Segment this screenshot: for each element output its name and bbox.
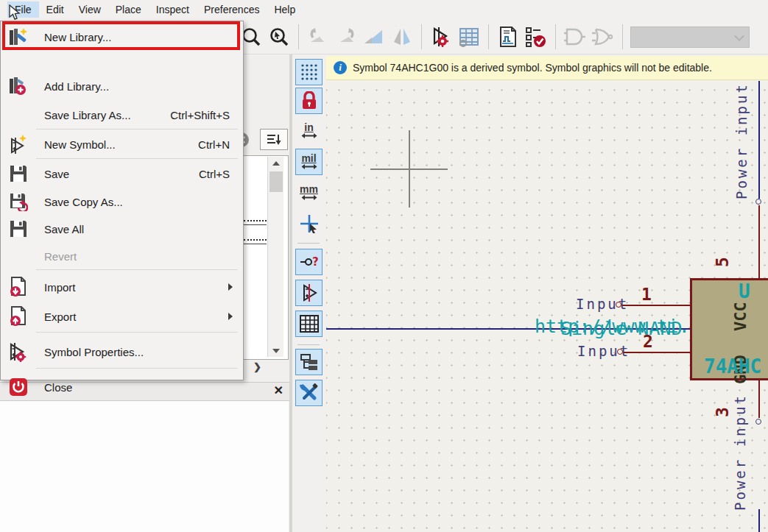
menu-preferences[interactable]: Preferences xyxy=(197,1,267,18)
left-toolbar: in mil mm ? xyxy=(292,54,326,532)
menu-item-save-library-as[interactable]: Save Library As... Ctrl+Shift+S xyxy=(1,101,243,129)
infobar: i Symbol 74AHC1G00 is a derived symbol. … xyxy=(326,56,768,80)
pin2-line[interactable] xyxy=(624,352,690,353)
scroll-down-arrow[interactable] xyxy=(268,344,284,357)
tree-item-focus-1[interactable] xyxy=(244,220,267,225)
menu-separator-5 xyxy=(36,368,238,369)
menu-item-shortcut: Ctrl+N xyxy=(198,138,230,151)
menu-edit[interactable]: Edit xyxy=(39,1,71,18)
pane-close-icon[interactable]: ✕ xyxy=(274,384,283,397)
left-toolbar-separator-1 xyxy=(297,243,320,244)
menu-item-label: Add Library... xyxy=(44,80,109,93)
tree-scrollbar[interactable] xyxy=(267,157,283,357)
pin2-end-circle xyxy=(617,349,623,355)
menu-separator-4 xyxy=(36,332,238,333)
units-mm-label: mm xyxy=(300,185,318,194)
pin5-line[interactable] xyxy=(758,205,760,278)
question-glyph: ? xyxy=(312,255,319,269)
menu-item-export[interactable]: Export xyxy=(1,302,243,330)
symbol-reference[interactable]: U xyxy=(739,280,750,302)
redo-button[interactable] xyxy=(334,25,358,49)
grid-toggle-button[interactable] xyxy=(295,59,323,85)
menu-item-symbol-properties[interactable]: Symbol Properties... xyxy=(1,338,243,366)
menu-item-save-all[interactable]: Save All xyxy=(1,215,243,243)
symbol-properties-button[interactable] xyxy=(429,25,453,49)
datasheet-button[interactable] xyxy=(496,25,520,49)
infobar-message: Symbol 74AHC1G00 is a derived symbol. Sy… xyxy=(353,62,712,74)
new-symbol-icon xyxy=(7,134,29,155)
pin3-number: 3 xyxy=(713,407,732,417)
pin3-end-circle xyxy=(755,419,761,425)
toolbar-separator-5 xyxy=(622,24,623,49)
menu-separator-3 xyxy=(36,269,238,270)
units-inches-button[interactable]: in xyxy=(295,118,323,144)
menu-view[interactable]: View xyxy=(71,1,108,18)
pin3-line[interactable] xyxy=(758,380,760,418)
sort-button[interactable] xyxy=(260,129,288,150)
symbol-value[interactable]: 74AHC xyxy=(704,355,761,377)
zoom-selection-button[interactable] xyxy=(267,25,291,49)
menu-separator-1 xyxy=(36,129,238,130)
menu-item-label: Save All xyxy=(44,223,84,235)
library-tree-toggle-button[interactable] xyxy=(295,349,323,375)
toolbar-separator-2 xyxy=(421,24,422,49)
properties-tools-button[interactable] xyxy=(295,380,323,406)
units-mil-label: mil xyxy=(301,154,316,163)
save-icon xyxy=(7,163,29,184)
save-all-icon xyxy=(7,219,29,239)
scroll-thumb[interactable] xyxy=(269,171,283,192)
menu-item-import[interactable]: Import xyxy=(1,273,243,301)
erc-check-button[interactable] xyxy=(524,25,548,49)
menu-item-save[interactable]: Save Ctrl+S xyxy=(1,160,243,188)
menu-item-label: Import xyxy=(44,281,76,294)
pin3-name[interactable]: Power input xyxy=(732,394,748,511)
info-icon: i xyxy=(334,61,347,74)
schematic-canvas[interactable]: http://www.ti.com/lit/sg Single NAND Gat… xyxy=(326,80,768,532)
menu-inspect[interactable]: Inspect xyxy=(149,1,197,18)
menu-item-close[interactable]: Close xyxy=(1,373,243,401)
show-hidden-pins-button[interactable] xyxy=(295,280,323,306)
library-tree[interactable] xyxy=(243,155,289,360)
origin-crosshair-v xyxy=(409,130,410,208)
tree-item-focus-2[interactable] xyxy=(244,239,267,244)
pin1-line[interactable] xyxy=(622,305,690,306)
units-mils-button[interactable]: mil xyxy=(295,149,323,175)
vcc-pin-label: VCC xyxy=(731,302,750,331)
pin1-number: 1 xyxy=(641,285,652,304)
pin-table-button[interactable] xyxy=(295,311,323,337)
menu-item-add-library[interactable]: Add Library... xyxy=(1,72,243,100)
pin5-name[interactable]: Power input xyxy=(733,82,750,199)
pin-table-toolbar-button[interactable] xyxy=(457,25,481,49)
crosshair-cursor-button[interactable] xyxy=(295,210,323,237)
pin-electrical-type-button[interactable]: ? xyxy=(295,249,323,275)
lock-button[interactable] xyxy=(295,88,323,114)
menu-item-save-copy-as[interactable]: Save Copy As... xyxy=(1,188,243,216)
units-in-label: in xyxy=(304,123,313,132)
demorgan-representation-button[interactable] xyxy=(591,25,615,49)
menu-help[interactable]: Help xyxy=(267,1,303,18)
menu-item-label: Symbol Properties... xyxy=(44,346,144,358)
submenu-arrow-icon xyxy=(228,313,233,320)
import-icon xyxy=(7,277,29,297)
tree-hscroll-arrow[interactable]: ❯ xyxy=(253,361,262,370)
normal-representation-button[interactable] xyxy=(563,25,587,49)
submenu-arrow-icon xyxy=(228,283,233,291)
left-toolbar-separator-2 xyxy=(297,344,320,345)
close-icon xyxy=(7,377,29,397)
units-mm-button[interactable]: mm xyxy=(295,180,323,206)
rotate-button[interactable] xyxy=(362,25,386,49)
menu-item-label: Close xyxy=(44,381,72,394)
pin2-number: 2 xyxy=(643,332,653,351)
mirror-button[interactable] xyxy=(390,25,414,49)
chevron-down-icon xyxy=(734,30,744,40)
export-icon xyxy=(7,306,29,327)
menu-place[interactable]: Place xyxy=(108,1,149,18)
scroll-up-arrow[interactable] xyxy=(268,157,284,169)
menu-item-shortcut: Ctrl+Shift+S xyxy=(170,109,230,121)
undo-button[interactable] xyxy=(306,25,330,49)
pin5-number: 5 xyxy=(713,257,732,267)
menu-item-new-symbol[interactable]: New Symbol... Ctrl+N xyxy=(1,130,243,158)
unit-select-dropdown[interactable] xyxy=(630,26,750,48)
symbol-properties-icon xyxy=(7,341,29,362)
menu-item-label: Revert xyxy=(44,250,77,263)
